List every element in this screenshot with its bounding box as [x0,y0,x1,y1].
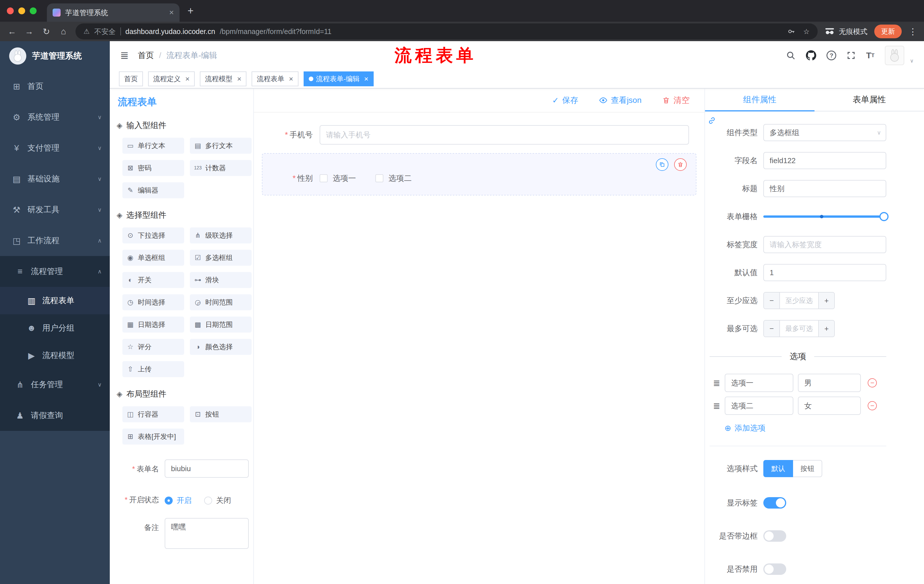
sidebar-item-process-form[interactable]: ▥ 流程表单 [0,287,110,314]
sidebar-item-system[interactable]: ⚙ 系统管理 ∨ [0,102,110,133]
avatar-caret-icon[interactable]: ∨ [910,58,914,65]
component-type-select[interactable]: 多选框组 ∨ [763,124,886,141]
sidebar-item-infrastructure[interactable]: ▤ 基础设施 ∨ [0,163,110,194]
option2-value-input[interactable] [798,396,861,415]
palette-item-editor[interactable]: ✎编辑器 [122,182,184,198]
palette-item-multi-line-text[interactable]: ▤多行文本 [190,138,252,154]
title-input[interactable] [763,180,886,197]
sidebar-item-process-management[interactable]: ≡ 流程管理 ∧ [0,256,110,287]
close-icon[interactable]: × [237,74,241,84]
increase-button[interactable]: + [818,321,834,337]
palette-item-slider[interactable]: ⊶滑块 [190,272,252,288]
palette-item-radio-group[interactable]: ◉单选框组 [122,250,184,266]
drag-handle-icon[interactable]: ≣ [713,401,720,411]
palette-item-time-range[interactable]: ◶时间范围 [190,294,252,310]
label-width-input[interactable] [763,236,886,253]
checkbox-icon[interactable] [375,174,383,182]
palette-item-button[interactable]: ⊡按钮 [190,406,252,422]
tag-process-model[interactable]: 流程模型 × [200,71,246,86]
tab-close-icon[interactable]: × [169,8,174,17]
tab-form-properties[interactable]: 表单属性 [815,89,924,111]
form-remark-textarea[interactable]: 嘿嘿 [165,518,249,549]
with-border-toggle[interactable] [763,530,786,542]
palette-item-cascader[interactable]: ⋔级联选择 [190,227,252,243]
help-icon[interactable]: ? [827,51,836,60]
default-value-input[interactable] [763,264,886,281]
palette-item-color-picker[interactable]: ◑颜色选择 [190,339,252,355]
palette-item-single-line-text[interactable]: ▭单行文本 [122,138,184,154]
fullscreen-icon[interactable] [846,51,856,60]
status-radio-off[interactable]: 关闭 [204,495,231,505]
avatar[interactable] [885,46,904,65]
palette-item-counter[interactable]: 123计数器 [190,160,252,176]
sidebar-item-leave-query[interactable]: ♟ 请假查询 [0,400,110,431]
style-button-button[interactable]: 按钮 [793,460,822,477]
close-icon[interactable]: × [289,74,293,84]
increase-button[interactable]: + [818,293,834,309]
style-default-button[interactable]: 默认 [763,460,793,477]
password-key-icon[interactable] [787,28,795,35]
copy-component-button[interactable] [656,158,668,171]
sidebar-item-task-management[interactable]: ⋔ 任务管理 ∨ [0,369,110,400]
gender-checkbox-option1[interactable]: 选项一 [320,173,356,183]
sidebar-item-devtools[interactable]: ⚒ 研发工具 ∨ [0,194,110,225]
max-select-value[interactable]: 最多可选 [780,321,818,337]
forward-icon[interactable]: → [24,26,34,36]
browser-tab[interactable]: 芋道管理系统 × [47,3,180,22]
palette-item-password[interactable]: ⊠密码 [122,160,184,176]
window-close-button[interactable] [7,7,14,14]
font-size-icon[interactable]: TT [866,51,874,60]
reload-icon[interactable]: ↻ [41,26,51,36]
field-name-input[interactable] [763,152,886,169]
new-tab-button[interactable]: + [188,5,193,17]
min-select-value[interactable]: 至少应选 [780,293,818,309]
palette-item-date-picker[interactable]: ▦日期选择 [122,317,184,332]
checkbox-icon[interactable] [320,174,328,182]
sidebar-item-process-model[interactable]: ▶ 流程模型 [0,342,110,369]
back-icon[interactable]: ← [7,26,17,36]
save-button[interactable]: ✓ 保存 [552,95,578,106]
drag-handle-icon[interactable]: ≣ [713,378,720,388]
gender-checkbox-option2[interactable]: 选项二 [375,173,412,183]
clear-button[interactable]: 清空 [662,95,690,106]
decrease-button[interactable]: − [764,293,780,309]
form-field-gender[interactable]: *性别 选项一 选项二 [262,154,696,195]
tab-component-properties[interactable]: 组件属性 [705,89,815,111]
link-icon[interactable] [707,116,716,127]
palette-item-date-range[interactable]: ▩日期范围 [190,317,252,332]
github-icon[interactable] [806,50,816,61]
slider-handle[interactable] [879,212,889,221]
tag-process-form[interactable]: 流程表单 × [252,71,298,86]
search-icon[interactable] [786,51,795,60]
phone-input[interactable] [320,125,689,145]
palette-item-rate[interactable]: ☆评分 [122,339,184,355]
sidebar-collapse-icon[interactable]: ≣ [120,49,129,61]
disabled-toggle[interactable] [763,563,786,575]
home-browser-icon[interactable]: ⌂ [58,26,69,36]
form-name-input[interactable] [165,459,249,478]
browser-menu-icon[interactable]: ⋮ [909,26,917,36]
sidebar-item-payment[interactable]: ¥ 支付管理 ∨ [0,133,110,163]
form-grid-slider[interactable] [763,216,884,218]
palette-item-table[interactable]: ⊞表格[开发中] [122,429,184,444]
sidebar-item-user-group[interactable]: ☻ 用户分组 [0,314,110,342]
breadcrumb-home[interactable]: 首页 [138,50,154,61]
tag-process-form-edit[interactable]: 流程表单-编辑 × [304,71,374,86]
decrease-button[interactable]: − [764,321,780,337]
view-json-button[interactable]: 查看json [599,95,642,106]
option2-label-input[interactable] [725,396,794,415]
browser-update-button[interactable]: 更新 [874,25,902,38]
close-icon[interactable]: × [364,74,368,84]
palette-item-row-container[interactable]: ◫行容器 [122,406,184,422]
delete-component-button[interactable] [674,158,687,171]
show-label-toggle[interactable] [763,497,786,508]
sidebar-item-home[interactable]: ⊞ 首页 [0,71,110,102]
status-radio-on[interactable]: 开启 [165,495,191,505]
palette-item-select[interactable]: ⊙下拉选择 [122,227,184,243]
form-field-phone[interactable]: *手机号 [262,119,696,150]
close-icon[interactable]: × [185,74,190,84]
tag-home[interactable]: 首页 [119,71,143,86]
option1-label-input[interactable] [725,374,794,392]
address-bar[interactable]: ⚠ 不安全 dashboard.yudao.iocoder.cn /bpm/ma… [76,23,818,39]
add-option-button[interactable]: ⊕ 添加选项 [724,423,886,433]
